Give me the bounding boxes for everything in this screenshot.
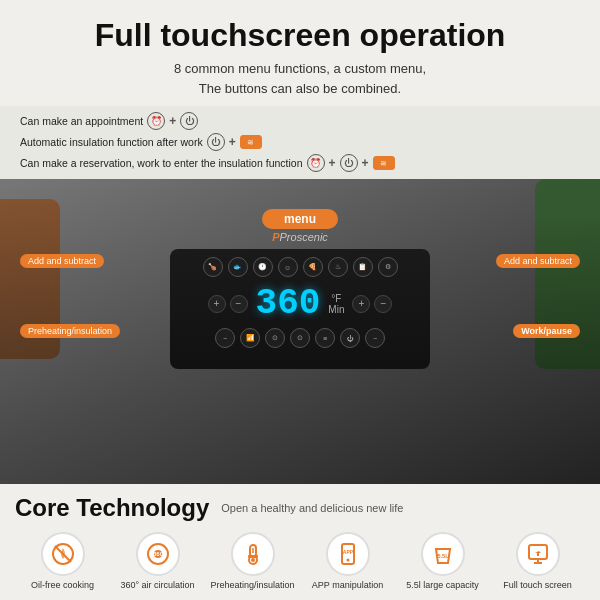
display-area: + − 360 °F Min + −	[208, 283, 393, 324]
subtitle: 8 common menu functions, a custom menu, …	[20, 59, 580, 98]
feature-item-oil-free: Oil-free cooking	[23, 532, 103, 592]
capacity-icon: 5.5L	[430, 541, 456, 567]
preheat-icon-wrap	[231, 532, 275, 576]
preheat-label-bottom: Preheating/insulation	[210, 580, 294, 592]
main-title: Full touchscreen operation	[20, 18, 580, 53]
oil-free-icon-wrap	[41, 532, 85, 576]
feature-item-preheat: Preheating/insulation	[213, 532, 293, 592]
control-panel: 🍗 🐟 🕐 ☺ 🍕 ♨ 📋 ⚙ + − 360 °F Min	[170, 249, 430, 369]
preheat-icon	[240, 541, 266, 567]
touchscreen-icon	[525, 541, 551, 567]
heat-icon-3: ≋	[373, 156, 395, 170]
oil-free-icon	[50, 541, 76, 567]
air-circulation-icon: 360	[145, 541, 171, 567]
panel-icon-7[interactable]: 📋	[353, 257, 373, 277]
bottom-icon-7[interactable]: −	[365, 328, 385, 348]
plus-3b: +	[362, 156, 369, 170]
icons-row-bottom: − 📶 ⊙ ⊙ ≡ ⏻ −	[215, 328, 385, 348]
feature-line-3: Can make a reservation, work to enter th…	[20, 154, 580, 172]
power-icon-2: ⏻	[207, 133, 225, 151]
unit-f: °F	[331, 293, 341, 304]
power-icon-1: ⏻	[180, 112, 198, 130]
panel-icon-5[interactable]: 🍕	[303, 257, 323, 277]
feature-text-3: Can make a reservation, work to enter th…	[20, 157, 303, 169]
panel-icon-8[interactable]: ⚙	[378, 257, 398, 277]
brand-label: PProscenic	[272, 231, 328, 243]
core-tech-title: Core Technology	[15, 494, 209, 522]
feature-text-1: Can make an appointment	[20, 115, 143, 127]
core-tech-sub: Open a healthy and delicious new life	[221, 502, 403, 514]
feature-line-1: Can make an appointment ⏰ + ⏻	[20, 112, 580, 130]
bottom-icon-2[interactable]: 📶	[240, 328, 260, 348]
plus-1: +	[169, 114, 176, 128]
preheat-label: Preheating/insulation	[20, 324, 120, 338]
svg-text:5.5L: 5.5L	[437, 553, 449, 559]
feature-text-2: Automatic insulation function after work	[20, 136, 203, 148]
svg-text:360: 360	[152, 551, 163, 557]
core-tech-header: Core Technology Open a healthy and delic…	[15, 494, 585, 522]
top-section: Full touchscreen operation 8 common menu…	[0, 0, 600, 106]
plus-2: +	[229, 135, 236, 149]
app-icon-wrap: APP	[326, 532, 370, 576]
features-row: Can make an appointment ⏰ + ⏻ Automatic …	[0, 106, 600, 179]
work-pause-label: Work/pause	[513, 324, 580, 338]
heat-icon-2: ≋	[240, 135, 262, 149]
features-grid: Oil-free cooking 360 360° air circulatio…	[15, 532, 585, 592]
temp-unit: °F Min	[328, 293, 344, 315]
page: Full touchscreen operation 8 common menu…	[0, 0, 600, 600]
oil-free-label: Oil-free cooking	[31, 580, 94, 592]
plus-3a: +	[329, 156, 336, 170]
feature-item-app: APP APP manipulation	[308, 532, 388, 592]
btn-plus-left[interactable]: +	[208, 295, 226, 313]
bottom-icon-6[interactable]: ⏻	[340, 328, 360, 348]
capacity-icon-wrap: 5.5L	[421, 532, 465, 576]
subtitle-line2: The buttons can also be combined.	[199, 81, 401, 96]
bottom-icon-4[interactable]: ⊙	[290, 328, 310, 348]
side-controls-left: + −	[208, 295, 248, 313]
air-label: 360° air circulation	[120, 580, 194, 592]
subtitle-line1: 8 common menu functions, a custom menu,	[174, 61, 426, 76]
power-icon-3: ⏻	[340, 154, 358, 172]
side-controls-right: + −	[352, 295, 392, 313]
product-section: menu PProscenic Add and subtract Add and…	[0, 179, 600, 484]
feature-item-air: 360 360° air circulation	[118, 532, 198, 592]
panel-icon-2[interactable]: 🐟	[228, 257, 248, 277]
feature-item-touchscreen: Full touch screen	[498, 532, 578, 592]
capacity-label: 5.5l large capacity	[406, 580, 479, 592]
touchscreen-label: Full touch screen	[503, 580, 572, 592]
clock-icon-1: ⏰	[147, 112, 165, 130]
food-right	[535, 179, 600, 369]
menu-label: menu	[262, 209, 338, 229]
touchscreen-icon-wrap	[516, 532, 560, 576]
bottom-section: Core Technology Open a healthy and delic…	[0, 484, 600, 600]
add-subtract-right: Add and subtract	[496, 254, 580, 268]
panel-icon-1[interactable]: 🍗	[203, 257, 223, 277]
clock-icon-3: ⏰	[307, 154, 325, 172]
btn-plus-right[interactable]: +	[352, 295, 370, 313]
bottom-icon-3[interactable]: ⊙	[265, 328, 285, 348]
add-subtract-left: Add and subtract	[20, 254, 104, 268]
bottom-icon-1[interactable]: −	[215, 328, 235, 348]
panel-icon-4[interactable]: ☺	[278, 257, 298, 277]
btn-minus-left[interactable]: −	[230, 295, 248, 313]
icons-row-top: 🍗 🐟 🕐 ☺ 🍕 ♨ 📋 ⚙	[203, 257, 398, 277]
temperature-display: 360	[256, 283, 321, 324]
unit-min: Min	[328, 304, 344, 315]
bottom-icon-5[interactable]: ≡	[315, 328, 335, 348]
feature-item-capacity: 5.5L 5.5l large capacity	[403, 532, 483, 592]
panel-icon-6[interactable]: ♨	[328, 257, 348, 277]
app-icon: APP	[335, 541, 361, 567]
air-icon-wrap: 360	[136, 532, 180, 576]
brand-name: Proscenic	[280, 231, 328, 243]
feature-line-2: Automatic insulation function after work…	[20, 133, 580, 151]
panel-icon-3[interactable]: 🕐	[253, 257, 273, 277]
btn-minus-right[interactable]: −	[374, 295, 392, 313]
svg-point-7	[251, 558, 255, 562]
svg-point-11	[346, 559, 349, 562]
app-label: APP manipulation	[312, 580, 383, 592]
svg-text:APP: APP	[342, 549, 353, 555]
